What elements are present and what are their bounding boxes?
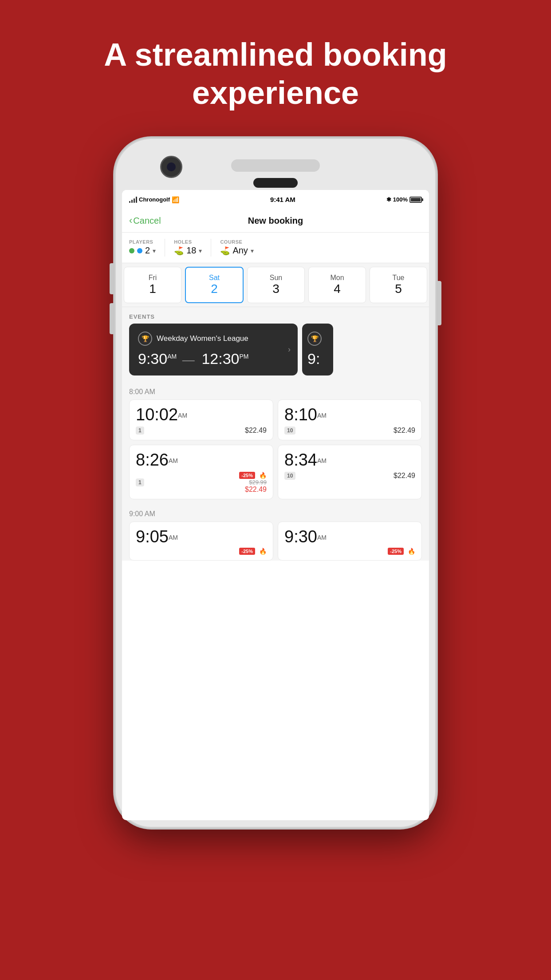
slot-time-834: 8:34AM — [284, 451, 415, 468]
holes-filter[interactable]: HOLES ⛳ 18 ▾ — [174, 239, 202, 256]
event-name-1: Weekday Women's League — [157, 334, 248, 343]
signal-icon — [129, 197, 137, 203]
players-dropdown-icon: ▾ — [153, 247, 156, 254]
date-fri-1[interactable]: Fri 1 — [124, 267, 181, 303]
slot-time-826: 8:26AM — [136, 451, 267, 468]
slot-spots-826: 1 — [136, 478, 144, 486]
fire-icon-905: 🔥 — [259, 548, 267, 555]
slot-footer-905: -25% 🔥 — [136, 548, 267, 555]
camera-icon — [160, 156, 182, 178]
cancel-label: Cancel — [133, 216, 161, 226]
players-filter[interactable]: PLAYERS 2 ▾ — [129, 239, 156, 256]
hero-title: A streamlined booking experience — [76, 36, 475, 112]
speaker-icon — [231, 159, 320, 172]
group-8am-header: 8:00 AM — [122, 382, 429, 399]
players-value: 2 — [145, 245, 150, 256]
discount-badge-826: -25% — [239, 472, 255, 479]
slot-905[interactable]: 9:05AM -25% 🔥 — [129, 522, 273, 561]
date-num-4: 4 — [334, 282, 341, 296]
fire-icon-930: 🔥 — [408, 548, 415, 555]
date-num-3: 3 — [272, 282, 279, 296]
events-header: EVENTS — [122, 307, 429, 324]
event-end-time-1: 12:30PM — [201, 350, 248, 367]
course-filter[interactable]: COURSE ⛳ Any ▾ — [220, 239, 253, 256]
wifi-icon: 📶 — [172, 196, 179, 203]
date-selector: Fri 1 Sat 2 Sun 3 Mon 4 Tue 5 — [122, 263, 429, 307]
date-mon-4[interactable]: Mon 4 — [308, 267, 366, 303]
date-day-sat: Sat — [209, 274, 220, 282]
date-num-2: 2 — [211, 282, 218, 296]
phone-frame: Chronogolf 📶 9:41 AM ✱ 100% ‹ — [116, 139, 435, 827]
dot-blue-icon — [137, 248, 142, 253]
events-section: EVENTS 🏆 Weekday Women's League › 9:30AM… — [122, 307, 429, 382]
event-card-1[interactable]: 🏆 Weekday Women's League › 9:30AM — 12:3… — [129, 324, 298, 375]
slot-930[interactable]: 9:30AM -25% 🔥 — [278, 522, 422, 561]
event-card-2[interactable]: 🏆 9: — [302, 324, 333, 375]
back-chevron-icon: ‹ — [129, 215, 132, 226]
dot-green-icon — [129, 248, 134, 253]
status-time: 9:41 AM — [270, 196, 295, 203]
bluetooth-icon: ✱ — [386, 196, 391, 203]
date-sat-2[interactable]: Sat 2 — [185, 267, 244, 303]
flag-icon: ⛳ — [174, 246, 184, 256]
original-price-826: $29.99 — [249, 479, 267, 486]
slot-810[interactable]: 8:10AM 10 $22.49 — [278, 399, 422, 440]
slot-footer-1002: 1 $22.49 — [136, 427, 267, 435]
sale-price-826: $22.49 — [245, 486, 267, 494]
event-chevron-icon-1: › — [288, 345, 291, 354]
date-num-5: 5 — [395, 282, 402, 296]
course-control[interactable]: ⛳ Any ▾ — [220, 245, 253, 256]
slots-grid-9am: 9:05AM -25% 🔥 9:30AM — [122, 522, 429, 561]
event-start-time-1: 9:30AM — [138, 350, 177, 367]
players-label: PLAYERS — [129, 239, 156, 245]
course-dropdown-icon: ▾ — [251, 247, 254, 254]
slot-price-810: $22.49 — [394, 427, 415, 435]
holes-control[interactable]: ⛳ 18 ▾ — [174, 245, 202, 256]
holes-dropdown-icon: ▾ — [199, 247, 202, 254]
discount-badge-905: -25% — [239, 548, 255, 555]
vol-up-button — [110, 263, 114, 294]
slot-1002[interactable]: 10:02AM 1 $22.49 — [129, 399, 273, 440]
date-tue-5[interactable]: Tue 5 — [370, 267, 427, 303]
events-scroll: 🏆 Weekday Women's League › 9:30AM — 12:3… — [122, 324, 429, 382]
date-day-tue: Tue — [393, 274, 405, 282]
discount-row-826: -25% 🔥 — [239, 472, 267, 479]
slot-footer-826: 1 -25% 🔥 $29.99 $22.49 — [136, 472, 267, 494]
event-partial-time: 9: — [307, 350, 328, 368]
course-value: Any — [232, 245, 248, 256]
slot-time-810: 8:10AM — [284, 406, 415, 423]
phone-shell: Chronogolf 📶 9:41 AM ✱ 100% ‹ — [116, 139, 435, 827]
battery-icon — [409, 197, 422, 203]
players-control[interactable]: 2 ▾ — [129, 245, 156, 256]
slot-footer-810: 10 $22.49 — [284, 427, 415, 435]
slot-time-905: 9:05AM — [136, 528, 267, 545]
fire-icon-826: 🔥 — [259, 472, 267, 479]
slot-price-834: $22.49 — [394, 472, 415, 480]
time-slots-section: 8:00 AM 10:02AM 1 $22.49 — [122, 382, 429, 561]
page-title: New booking — [248, 216, 303, 226]
slot-spots-810: 10 — [284, 427, 295, 435]
power-button — [437, 281, 441, 325]
status-right: ✱ 100% — [386, 196, 422, 203]
slot-time-930: 9:30AM — [284, 528, 415, 545]
slot-spots-1002: 1 — [136, 427, 144, 435]
date-num-1: 1 — [149, 282, 156, 296]
date-sun-3[interactable]: Sun 3 — [247, 267, 305, 303]
cancel-button[interactable]: ‹ Cancel — [129, 215, 161, 226]
earpiece-icon — [253, 178, 298, 188]
battery-pct: 100% — [393, 196, 408, 203]
course-flag-icon: ⛳ — [220, 246, 230, 256]
holes-label: HOLES — [174, 239, 202, 245]
vol-down-button — [110, 303, 114, 334]
slots-grid-8am: 10:02AM 1 $22.49 8:10AM 10 — [122, 399, 429, 504]
slot-826[interactable]: 8:26AM 1 -25% 🔥 $29.99 $22.49 — [129, 445, 273, 499]
slot-834[interactable]: 8:34AM 10 $22.49 — [278, 445, 422, 499]
slot-time-1002: 10:02AM — [136, 406, 267, 423]
event-card-header-1: 🏆 Weekday Women's League › — [138, 332, 289, 346]
discount-badge-930: -25% — [388, 548, 404, 555]
carrier-name: Chronogolf — [139, 196, 170, 203]
date-day-sun: Sun — [270, 274, 282, 282]
filter-divider-1 — [165, 239, 165, 257]
slot-footer-834: 10 $22.49 — [284, 472, 415, 480]
event-time-row-1: 9:30AM — 12:30PM — [138, 350, 289, 368]
